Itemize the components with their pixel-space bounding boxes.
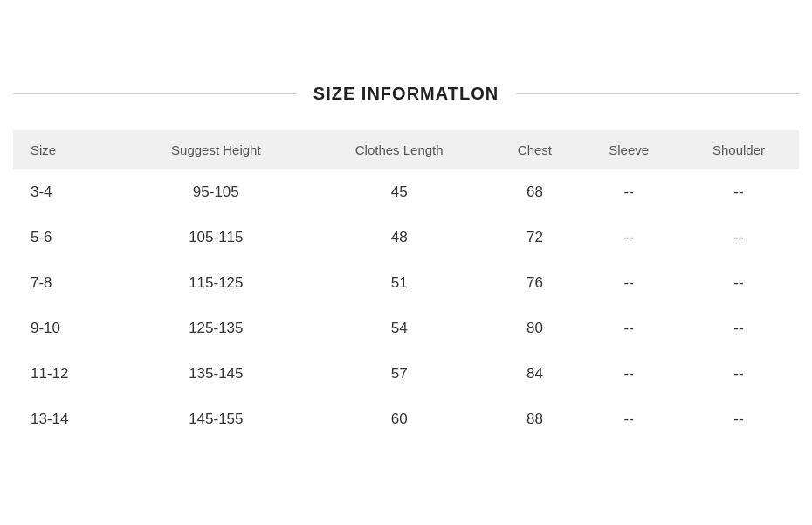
header-cell-5: Shoulder	[678, 130, 799, 169]
cell-0-1: 95-105	[124, 169, 308, 215]
cell-3-5: --	[678, 306, 799, 351]
cell-0-3: 68	[490, 169, 579, 215]
cell-4-0: 11-12	[13, 351, 124, 397]
cell-5-3: 88	[490, 397, 579, 442]
cell-5-1: 145-155	[124, 397, 308, 442]
cell-2-0: 7-8	[13, 260, 124, 306]
cell-5-5: --	[678, 397, 799, 442]
header-cell-0: Size	[13, 130, 124, 169]
table-body: 3-495-1054568----5-6105-1154872----7-811…	[13, 169, 799, 442]
title-section: SIZE INFORMATLON	[13, 84, 799, 104]
cell-3-3: 80	[490, 306, 579, 351]
cell-2-1: 115-125	[124, 260, 308, 306]
cell-0-4: --	[579, 169, 678, 215]
table-row: 3-495-1054568----	[13, 169, 799, 215]
cell-2-3: 76	[490, 260, 579, 306]
page-title: SIZE INFORMATLON	[296, 84, 516, 104]
cell-0-5: --	[678, 169, 799, 215]
cell-0-0: 3-4	[13, 169, 124, 215]
cell-4-5: --	[678, 351, 799, 397]
cell-4-3: 84	[490, 351, 579, 397]
cell-4-4: --	[579, 351, 678, 397]
table-row: 11-12135-1455784----	[13, 351, 799, 397]
cell-4-2: 57	[308, 351, 490, 397]
cell-1-2: 48	[308, 215, 490, 260]
cell-1-1: 105-115	[124, 215, 308, 260]
table-row: 5-6105-1154872----	[13, 215, 799, 260]
cell-3-2: 54	[308, 306, 490, 351]
table-row: 13-14145-1556088----	[13, 397, 799, 442]
title-line-left	[13, 93, 296, 94]
cell-5-2: 60	[308, 397, 490, 442]
cell-1-4: --	[579, 215, 678, 260]
cell-0-2: 45	[308, 169, 490, 215]
title-line-right	[516, 93, 799, 94]
cell-1-0: 5-6	[13, 215, 124, 260]
cell-3-1: 125-135	[124, 306, 308, 351]
header-row: SizeSuggest HeightClothes LengthChestSle…	[13, 130, 799, 169]
cell-3-0: 9-10	[13, 306, 124, 351]
cell-4-1: 135-145	[124, 351, 308, 397]
table-row: 9-10125-1355480----	[13, 306, 799, 351]
header-cell-1: Suggest Height	[124, 130, 308, 169]
main-container: SIZE INFORMATLON SizeSuggest HeightCloth…	[13, 84, 799, 442]
cell-5-4: --	[579, 397, 678, 442]
table-header: SizeSuggest HeightClothes LengthChestSle…	[13, 130, 799, 169]
cell-1-3: 72	[490, 215, 579, 260]
header-cell-4: Sleeve	[579, 130, 678, 169]
cell-2-5: --	[678, 260, 799, 306]
cell-2-4: --	[579, 260, 678, 306]
cell-1-5: --	[678, 215, 799, 260]
cell-3-4: --	[579, 306, 678, 351]
table-row: 7-8115-1255176----	[13, 260, 799, 306]
size-table: SizeSuggest HeightClothes LengthChestSle…	[13, 130, 799, 442]
cell-5-0: 13-14	[13, 397, 124, 442]
header-cell-3: Chest	[490, 130, 579, 169]
header-cell-2: Clothes Length	[308, 130, 490, 169]
cell-2-2: 51	[308, 260, 490, 306]
